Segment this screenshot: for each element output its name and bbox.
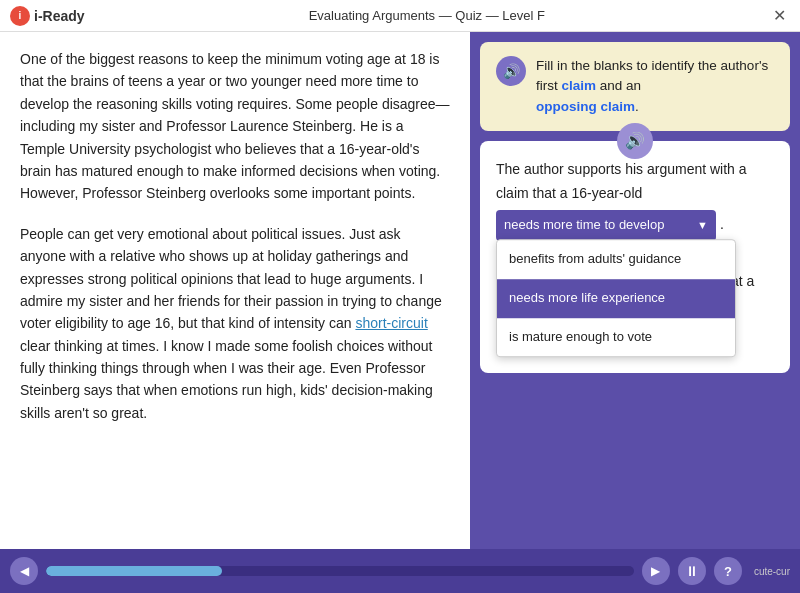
pause-button[interactable]: ⏸ <box>678 557 706 585</box>
fill-card-header: 🔊 Fill in the blanks to identify the aut… <box>496 56 774 117</box>
next-button[interactable]: ▶ <box>642 557 670 585</box>
quiz-speaker-button[interactable]: 🔊 <box>617 123 653 159</box>
claim-label: claim <box>562 78 597 93</box>
dropdown1-arrow-icon: ▼ <box>697 216 708 235</box>
passage-paragraph-1: One of the biggest reasons to keep the m… <box>20 48 450 205</box>
logo-icon: i <box>10 6 30 26</box>
progress-bar <box>46 566 634 576</box>
speaker-button[interactable]: 🔊 <box>496 56 526 86</box>
logo-text: i-Ready <box>34 8 85 24</box>
dropdown1-selected[interactable]: needs more time to develop ▼ <box>496 210 716 241</box>
dropdown1-value: needs more time to develop <box>504 214 664 237</box>
dropdown2-open-list: benefits from adults' guidance needs mor… <box>496 239 736 357</box>
dropdown1-container: needs more time to develop ▼ <box>496 210 716 241</box>
prev-button[interactable]: ◀ <box>10 557 38 585</box>
fill-card-instruction: Fill in the blanks to identify the autho… <box>536 56 774 117</box>
reading-passage: One of the biggest reasons to keep the m… <box>0 32 470 549</box>
right-panel: 🔊 Fill in the blanks to identify the aut… <box>470 32 800 549</box>
page-title: Evaluating Arguments — Quiz — Level F <box>309 8 545 23</box>
main-content: One of the biggest reasons to keep the m… <box>0 32 800 549</box>
sentence1-start: The author supports his argument with a … <box>496 161 747 202</box>
close-button[interactable]: ✕ <box>769 6 790 25</box>
logo: i i-Ready <box>10 6 85 26</box>
sentence1-period: . <box>720 216 724 232</box>
bottom-label: cute-cur <box>754 566 790 577</box>
bottom-bar: ◀ ▶ ⏸ ? cute-cur <box>0 549 800 593</box>
passage-paragraph-2: People can get very emotional about poli… <box>20 223 450 425</box>
progress-fill <box>46 566 222 576</box>
short-circuit-link[interactable]: short-circuit <box>355 315 427 331</box>
help-button[interactable]: ? <box>714 557 742 585</box>
quiz-area: 🔊 The author supports his argument with … <box>480 141 790 373</box>
fill-card: 🔊 Fill in the blanks to identify the aut… <box>480 42 790 131</box>
quiz-text: The author supports his argument with a … <box>496 157 774 357</box>
dropdown2-container: needs more life experience ▲ benefits fr… <box>496 322 716 353</box>
opposing-label: opposing claim <box>536 99 635 114</box>
dropdown2-option-3[interactable]: is mature enough to vote <box>497 318 735 357</box>
dropdown2-option-2[interactable]: needs more life experience <box>497 279 735 318</box>
app-header: i i-Ready Evaluating Arguments — Quiz — … <box>0 0 800 32</box>
dropdown2-option-1[interactable]: benefits from adults' guidance <box>497 240 735 279</box>
